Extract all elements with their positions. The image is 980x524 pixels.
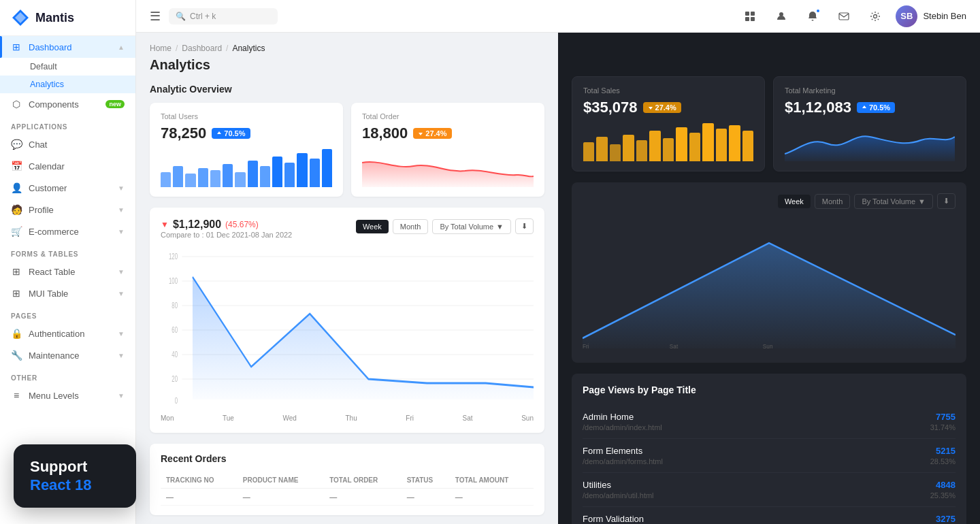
volume-chevron: ▼: [496, 223, 504, 231]
svg-rect-2: [745, 12, 749, 16]
hamburger-button[interactable]: ☰: [150, 9, 161, 24]
sidebar-item-ecommerce[interactable]: 🛒 E-commerce ▼: [0, 220, 135, 242]
dark-income-chart: Fri Sat Sun: [583, 216, 956, 352]
income-pct: (45.67%): [225, 220, 259, 229]
arrow-up-icon: [216, 131, 222, 136]
sidebar-item-chat-label: Chat: [29, 140, 47, 150]
pv-left-3: Form Validation /demo/admin/validation.h…: [583, 514, 676, 524]
settings-button[interactable]: [864, 5, 886, 27]
maintenance-chevron: ▼: [118, 352, 125, 359]
svg-text:120: 120: [169, 252, 178, 261]
sidebar-item-ecommerce-label: E-commerce: [29, 227, 79, 237]
light-panel: Home / Dashboard / Analytics Analytics A…: [136, 33, 558, 524]
profile-button[interactable]: [770, 5, 792, 27]
page-title: Analytics: [150, 57, 544, 73]
forms-tables-section-label: Forms & Tables: [0, 242, 135, 261]
sidebar-subitem-analytics[interactable]: Analytics: [0, 76, 135, 93]
customer-icon: 👤: [11, 182, 22, 193]
pv-title-2: Utilities: [583, 480, 654, 490]
notifications-button[interactable]: [802, 5, 823, 27]
pv-count-1: 5215: [930, 446, 956, 456]
total-users-value-row: 78,250 70.5%: [161, 125, 332, 142]
react-table-icon: ⊞: [11, 266, 22, 277]
breadcrumb-dashboard[interactable]: Dashboard: [182, 44, 222, 53]
income-controls: Week Month By Total Volume ▼ ⬇: [356, 218, 534, 234]
avatar: SB: [896, 5, 917, 27]
sidebar-item-react-table-label: React Table: [29, 267, 75, 277]
pv-count-2: 4848: [930, 480, 956, 490]
recent-orders-title: Recent Orders: [161, 453, 534, 464]
income-value: $1,12,900: [173, 218, 221, 231]
volume-button[interactable]: By Total Volume ▼: [432, 219, 511, 234]
month-button[interactable]: Month: [393, 219, 429, 234]
sidebar-subitem-analytics-label: Analytics: [30, 80, 64, 89]
sidebar-item-profile[interactable]: 🧑 Profile ▼: [0, 199, 135, 220]
sidebar-item-react-table[interactable]: ⊞ React Table ▼: [0, 261, 135, 282]
sidebar-subitem-default-label: Default: [30, 62, 57, 71]
col-product: PRODUCT NAME: [238, 472, 324, 489]
total-users-value: 78,250: [161, 125, 206, 142]
sidebar-item-auth-label: Authentication: [29, 329, 84, 339]
svg-text:Sat: Sat: [670, 343, 679, 350]
pv-title-1: Form Elements: [583, 446, 663, 456]
mui-table-chevron: ▼: [118, 290, 125, 297]
sidebar-item-menu-levels[interactable]: ≡ Menu Levels ▼: [0, 384, 135, 406]
sidebar-item-mui-table-label: MUI Table: [29, 289, 68, 299]
total-order-badge: 27.4%: [413, 128, 451, 139]
ecommerce-icon: 🛒: [11, 226, 22, 237]
sidebar-subitem-default[interactable]: Default: [0, 58, 135, 76]
dark-month-button[interactable]: Month: [815, 194, 851, 209]
apps-button[interactable]: [739, 5, 761, 27]
sidebar-item-customer-label: Customer: [29, 183, 67, 193]
pv-left-1: Form Elements /demo/admin/forms.html: [583, 446, 663, 465]
auth-icon: 🔒: [11, 328, 22, 339]
dark-panel: Total Sales $35,078 27.4%: [558, 33, 980, 524]
table-row: — — — — —: [161, 489, 534, 506]
pv-right-0: 7755 31.74%: [930, 412, 956, 431]
sales-chart-bars: [583, 123, 753, 161]
dashboard-icon: ⊞: [11, 42, 22, 52]
sidebar-item-maintenance[interactable]: 🔧 Maintenance ▼: [0, 344, 135, 366]
stat-card-total-users: Total Users 78,250 70.5%: [150, 103, 343, 197]
breadcrumb-sep2: /: [226, 44, 228, 53]
gear-icon: [870, 11, 881, 22]
sidebar-item-authentication[interactable]: 🔒 Authentication ▼: [0, 323, 135, 344]
user-menu[interactable]: SB Stebin Ben: [896, 5, 966, 27]
chat-icon: 💬: [11, 139, 22, 150]
x-label-tue: Tue: [223, 414, 234, 422]
col-total-amount: TOTAL AMOUNT: [450, 472, 534, 489]
mui-table-icon: ⊞: [11, 288, 22, 299]
svg-point-8: [874, 14, 877, 18]
topbar-right: SB Stebin Ben: [739, 5, 966, 27]
search-placeholder: Ctrl + k: [190, 12, 216, 21]
sidebar-item-components[interactable]: ⬡ Components new: [0, 93, 135, 115]
page-views-section: Page Views by Page Title Admin Home /dem…: [572, 374, 966, 524]
total-order-label: Total Order: [362, 112, 534, 120]
dark-download-button[interactable]: ⬇: [937, 193, 956, 209]
download-button[interactable]: ⬇: [515, 218, 534, 234]
messages-button[interactable]: [833, 5, 855, 27]
sidebar-item-mui-table[interactable]: ⊞ MUI Table ▼: [0, 282, 135, 304]
svg-rect-5: [751, 17, 755, 21]
income-x-labels: Mon Tue Wed Thu Fri Sat Sun: [161, 414, 534, 422]
stat-card-total-order: Total Order 18,800 27.4%: [351, 103, 544, 197]
week-button[interactable]: Week: [356, 220, 389, 233]
stat-card-total-marketing: Total Marketing $1,12,083 70.5%: [773, 76, 966, 171]
page-view-item-1: Form Elements /demo/admin/forms.html 521…: [583, 439, 956, 473]
dark-week-button[interactable]: Week: [778, 195, 811, 208]
sidebar-item-dashboard[interactable]: ⊞ Dashboard ▲: [0, 36, 135, 58]
sidebar-logo[interactable]: Mantis: [0, 0, 135, 36]
sidebar-item-chat[interactable]: 💬 Chat: [0, 133, 135, 155]
breadcrumb-home[interactable]: Home: [150, 44, 172, 53]
total-users-badge: 70.5%: [212, 128, 250, 139]
svg-text:40: 40: [172, 350, 178, 359]
svg-text:80: 80: [172, 301, 178, 310]
sidebar-item-customer[interactable]: 👤 Customer ▼: [0, 177, 135, 199]
sidebar-item-calendar[interactable]: 📅 Calendar: [0, 155, 135, 177]
dark-volume-chevron: ▼: [918, 197, 926, 206]
dark-volume-button[interactable]: By Total Volume ▼: [854, 194, 933, 209]
search-bar[interactable]: 🔍 Ctrl + k: [169, 8, 278, 24]
profile-icon-btn: [776, 11, 787, 22]
other-section-label: Other: [0, 366, 135, 384]
pv-title-3: Form Validation: [583, 514, 676, 524]
